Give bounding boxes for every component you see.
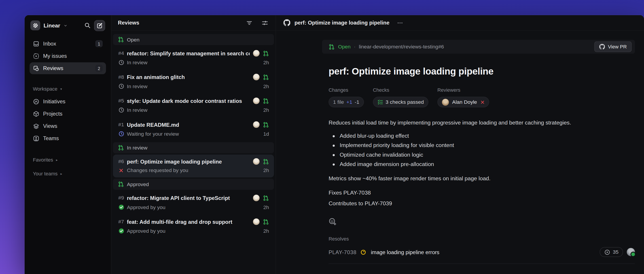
bullet-item: Added blur-up loading effect [328, 132, 628, 140]
changes-chip[interactable]: 1 file +1 -1 [328, 97, 364, 107]
pull-request-icon [118, 144, 124, 151]
search-icon[interactable] [84, 21, 92, 30]
pr-status-bar: Open · linear-development/reviews-testin… [322, 40, 635, 54]
bullet-item: Added image dimension pre-allocation [328, 160, 628, 168]
group-header-approved[interactable]: Approved [113, 179, 274, 190]
pr-state: Open [338, 44, 350, 50]
pr-number: #1 [118, 122, 127, 128]
sidebar-item-label: Inbox [43, 41, 56, 47]
pr-detail-panel: perf: Optimize image loading pipeline Op… [276, 15, 644, 274]
pull-request-icon [263, 122, 269, 128]
pr-row[interactable]: #7 feat: Add multi-file drag and drop su… [113, 215, 274, 238]
reviewer-name: Alan Doyle [452, 99, 477, 105]
pr-status: Changes requested by you [127, 167, 264, 173]
panel-title: Reviews [118, 20, 241, 26]
group-header-open[interactable]: Open [113, 34, 274, 45]
description-fixes: Fixes PLAY-7038 [328, 189, 628, 197]
pull-request-icon [263, 74, 269, 80]
pr-row[interactable]: #8 Fix an animation glitch In review 2h [113, 70, 274, 94]
pr-title: feat: Add multi-file drag and drop suppo… [127, 219, 250, 225]
pr-number: #7 [118, 219, 127, 225]
description-metrics: Metrics show ~40% faster image render ti… [328, 174, 628, 183]
description-intro: Reduces initial load time by implementin… [328, 119, 628, 127]
comment-count-pill[interactable]: 35 [600, 247, 623, 257]
remove-reviewer-icon[interactable]: ✕ [480, 99, 485, 105]
pr-status: In review [127, 83, 264, 89]
sidebar-item-views[interactable]: Views [30, 120, 106, 132]
approved-check-icon [118, 204, 127, 210]
workspace-section-toggle[interactable]: Workspace ▾ [30, 85, 106, 93]
view-pr-button[interactable]: View PR [594, 41, 632, 52]
checks-label: Checks [373, 87, 428, 93]
more-options-icon[interactable] [397, 19, 404, 26]
sidebar-item-teams[interactable]: Teams [30, 132, 106, 144]
reviewer-avatar [442, 99, 449, 106]
changes-label: Changes [328, 87, 364, 93]
display-options-icon[interactable] [261, 19, 269, 27]
pr-title: perf: Optimize image loading pipeline [127, 158, 250, 165]
my-issues-icon [33, 53, 39, 59]
sidebar-item-initiatives[interactable]: Initiatives [30, 96, 106, 107]
in-progress-status-icon [360, 249, 366, 255]
pr-row-selected[interactable]: #6 perf: Optimize image loading pipeline… [113, 154, 274, 177]
avatar [253, 218, 260, 225]
files-count: 1 file [333, 99, 344, 105]
github-icon [283, 19, 290, 26]
favorites-section-toggle[interactable]: Favorites ▸ [30, 156, 106, 164]
description-bullets: Added blur-up loading effect Implemented… [328, 132, 628, 168]
pr-time: 2h [264, 60, 269, 65]
group-label: In review [127, 145, 148, 151]
pr-detail-title: perf: Optimize image loading pipeline [328, 66, 635, 77]
assignee-avatar [627, 248, 635, 256]
sidebar-item-inbox[interactable]: Inbox 1 [30, 38, 106, 49]
separator-dot: · [354, 44, 356, 50]
workspace-switcher[interactable]: Linear [30, 20, 67, 30]
issue-title: image loading pipeline errors [371, 249, 596, 255]
sidebar-item-label: Initiatives [43, 98, 66, 105]
resolves-label: Resolves [328, 236, 644, 242]
pr-time: 2h [264, 228, 269, 234]
pull-request-icon [328, 44, 335, 50]
pr-title: refactor: Simplify state management in s… [127, 50, 250, 56]
workspace-section-label: Workspace [33, 86, 58, 92]
resolved-issue-row[interactable]: PLAY-7038 image loading pipeline errors … [328, 247, 635, 257]
additions-count: +1 [346, 99, 352, 105]
pr-row[interactable]: #9 refactor: Migrate API client to TypeS… [113, 191, 274, 214]
clock-icon [118, 107, 127, 113]
pull-request-icon [263, 195, 269, 201]
linear-logo [30, 20, 40, 30]
initiatives-icon [33, 98, 39, 105]
sidebar-item-reviews[interactable]: Reviews 2 [30, 62, 106, 74]
pr-row[interactable]: #5 style: Update dark mode color contras… [113, 94, 274, 117]
pr-row[interactable]: #1 Update README.md Waiting for your rev… [113, 118, 274, 141]
your-teams-section-toggle[interactable]: Your teams ▸ [30, 170, 106, 178]
inbox-count-badge: 1 [95, 40, 103, 47]
description-contributes: Contributes to PLAY-7039 [328, 199, 628, 208]
list-panel-header: Reviews [111, 15, 276, 31]
chevron-down-icon [64, 24, 67, 27]
checks-text: 3 checks passed [386, 99, 424, 105]
pr-row[interactable]: #4 refactor: Simplify state management i… [113, 46, 274, 70]
reviews-list-panel: Reviews Open #4 refactor: Simplify state… [111, 15, 276, 274]
sidebar-item-projects[interactable]: Projects [30, 108, 106, 120]
pr-meta-row: Changes 1 file +1 -1 Checks 3 checks pas… [328, 87, 644, 107]
pr-time: 2h [264, 167, 269, 173]
pr-number: #5 [118, 98, 127, 104]
clock-icon [118, 83, 127, 90]
add-reaction-button[interactable] [328, 218, 337, 225]
reviewer-chip[interactable]: Alan Doyle ✕ [438, 97, 489, 107]
new-issue-button[interactable] [94, 20, 105, 31]
sidebar-item-my-issues[interactable]: My issues [30, 50, 106, 62]
view-pr-label: View PR [608, 44, 627, 50]
filter-icon[interactable] [245, 19, 254, 27]
sidebar-item-label: My issues [43, 53, 67, 59]
pull-request-icon [118, 181, 124, 187]
group-header-in-review[interactable]: In review [113, 142, 274, 153]
checks-chip[interactable]: 3 checks passed [373, 97, 428, 107]
views-icon [33, 123, 39, 129]
projects-icon [33, 111, 39, 117]
reviewers-column: Reviewers Alan Doyle ✕ [438, 87, 489, 107]
group-label: Approved [127, 181, 149, 187]
your-teams-label: Your teams [33, 171, 58, 177]
workspace-name: Linear [44, 22, 60, 28]
